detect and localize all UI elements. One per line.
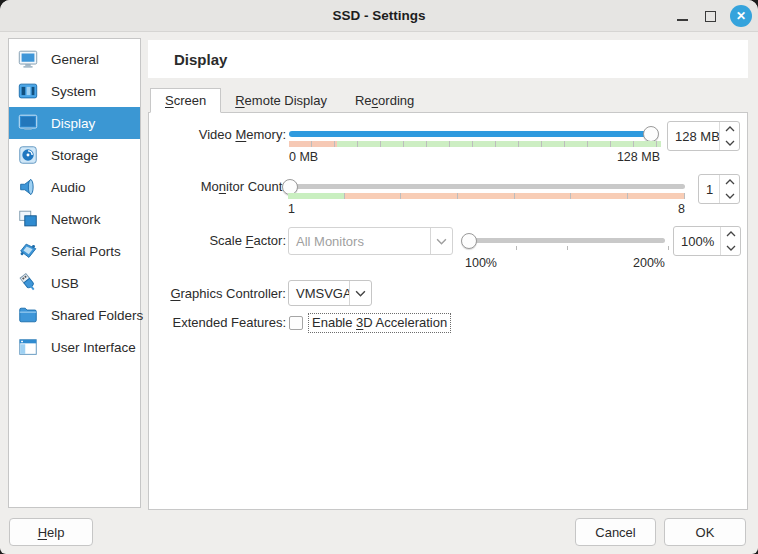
titlebar: SSD - Settings ✕	[0, 0, 758, 32]
maximize-button[interactable]	[696, 0, 724, 32]
spin-down-icon	[726, 141, 734, 145]
ok-button[interactable]: OK	[664, 518, 746, 546]
enable-3d-acceleration-checkbox[interactable]	[289, 316, 303, 330]
sidebar-item-label: Audio	[51, 180, 86, 195]
spin-down-icon	[726, 194, 734, 198]
sidebar-item-serial-ports[interactable]: Serial Ports	[9, 235, 140, 267]
combo-arrow-icon	[430, 228, 452, 254]
sidebar-item-label: Serial Ports	[51, 244, 121, 259]
close-icon: ✕	[730, 5, 752, 27]
enable-3d-acceleration-checkbox-label[interactable]: Enable 3D Acceleration	[308, 313, 451, 333]
scale-factor-label: Scale Factor:	[149, 232, 286, 250]
scale-factor-spin-down[interactable]	[721, 241, 740, 255]
chip-icon	[16, 79, 40, 103]
sidebar-item-label: System	[51, 84, 96, 99]
sidebar-item-display[interactable]: Display	[9, 107, 140, 139]
cancel-button[interactable]: Cancel	[575, 518, 656, 546]
video-memory-spin-down[interactable]	[720, 136, 739, 150]
sidebar-item-usb[interactable]: USB	[9, 267, 140, 299]
spin-up-icon	[727, 232, 735, 236]
video-memory-min-label: 0 MB	[289, 150, 318, 164]
scale-factor-max-label: 200%	[565, 256, 665, 270]
video-memory-label: Video Memory:	[149, 126, 286, 144]
sidebar-item-audio[interactable]: Audio	[9, 171, 140, 203]
monitor-count-spinbox[interactable]: 1	[698, 174, 740, 204]
sidebar-item-label: User Interface	[51, 340, 136, 355]
scale-factor-ticks	[467, 246, 669, 250]
close-button[interactable]: ✕	[727, 0, 755, 32]
sidebar-item-system[interactable]: System	[9, 75, 140, 107]
spin-up-icon	[726, 127, 734, 131]
sidebar-item-label: Shared Folders	[51, 308, 143, 323]
speaker-icon	[16, 175, 40, 199]
graphics-controller-value[interactable]: VMSVGA	[289, 281, 349, 305]
sidebar-item-general[interactable]: General	[9, 43, 140, 75]
scale-factor-value[interactable]: 100%	[674, 227, 720, 255]
monitor-icon	[16, 47, 40, 71]
settings-dialog: SSD - Settings ✕ General System Display	[0, 0, 758, 554]
sidebar-item-storage[interactable]: Storage	[9, 139, 140, 171]
monitor-count-slider-track[interactable]	[288, 184, 685, 189]
video-memory-slider-handle[interactable]	[643, 126, 659, 142]
usb-plug-icon	[16, 271, 40, 295]
network-screens-icon	[16, 207, 40, 231]
monitor-count-spin-down[interactable]	[720, 189, 739, 203]
combo-arrow-icon[interactable]	[349, 281, 371, 305]
video-memory-value[interactable]: 128 MB	[668, 122, 719, 150]
folder-icon	[16, 303, 40, 327]
monitor-count-max-label: 8	[585, 202, 685, 216]
screen-tab-pane: Video Memory: 0 MB 128 MB 128 MB Monitor…	[148, 112, 748, 510]
scale-factor-monitor-select: All Monitors	[288, 227, 453, 255]
window-ui-icon	[16, 335, 40, 359]
sidebar-item-label: Storage	[51, 148, 98, 163]
video-memory-spin-up[interactable]	[720, 122, 739, 136]
scale-factor-slider-track[interactable]	[467, 238, 665, 243]
display-icon	[16, 111, 40, 135]
sidebar-item-user-interface[interactable]: User Interface	[9, 331, 140, 363]
scale-factor-spinbox[interactable]: 100%	[673, 226, 741, 256]
sidebar-item-label: General	[51, 52, 99, 67]
monitor-count-value[interactable]: 1	[699, 175, 719, 203]
scale-factor-spin-up[interactable]	[721, 227, 740, 241]
minimize-button[interactable]	[668, 0, 696, 32]
graphics-controller-select[interactable]: VMSVGA	[288, 280, 372, 306]
tab-screen[interactable]: Screen	[150, 88, 221, 113]
monitor-count-min-label: 1	[288, 202, 295, 216]
tab-recording[interactable]: Recording	[341, 88, 428, 113]
extended-features-label: Extended Features:	[149, 314, 286, 332]
page-header: Display	[148, 40, 748, 78]
monitor-count-tick-strip	[288, 193, 685, 199]
harddisk-icon	[16, 143, 40, 167]
window-title: SSD - Settings	[0, 0, 758, 32]
video-memory-spinbox[interactable]: 128 MB	[667, 121, 740, 151]
minimize-icon	[677, 19, 688, 21]
page-title: Display	[174, 51, 227, 68]
scale-factor-min-label: 100%	[465, 256, 497, 270]
sidebar-item-network[interactable]: Network	[9, 203, 140, 235]
serial-plug-icon	[16, 239, 40, 263]
help-button[interactable]: Help	[9, 518, 93, 546]
sidebar-item-label: Display	[51, 116, 95, 131]
sidebar-item-shared-folders[interactable]: Shared Folders	[9, 299, 140, 331]
sidebar-item-label: Network	[51, 212, 101, 227]
spin-up-icon	[726, 180, 734, 184]
monitor-count-label: Monitor Count:	[149, 178, 286, 196]
spin-down-icon	[727, 246, 735, 250]
video-memory-tick-strip	[289, 141, 661, 147]
monitor-count-spin-up[interactable]	[720, 175, 739, 189]
graphics-controller-label: Graphics Controller:	[149, 285, 286, 303]
settings-category-list: General System Display Storage Audio	[8, 38, 141, 508]
video-memory-slider-track[interactable]	[289, 131, 657, 137]
scale-factor-monitor-value: All Monitors	[289, 228, 430, 254]
display-tabs: Screen Remote Display Recording	[150, 88, 428, 113]
sidebar-item-label: USB	[51, 276, 79, 291]
tab-remote-display[interactable]: Remote Display	[221, 88, 341, 113]
maximize-icon	[705, 11, 716, 22]
video-memory-max-label: 128 MB	[560, 150, 660, 164]
